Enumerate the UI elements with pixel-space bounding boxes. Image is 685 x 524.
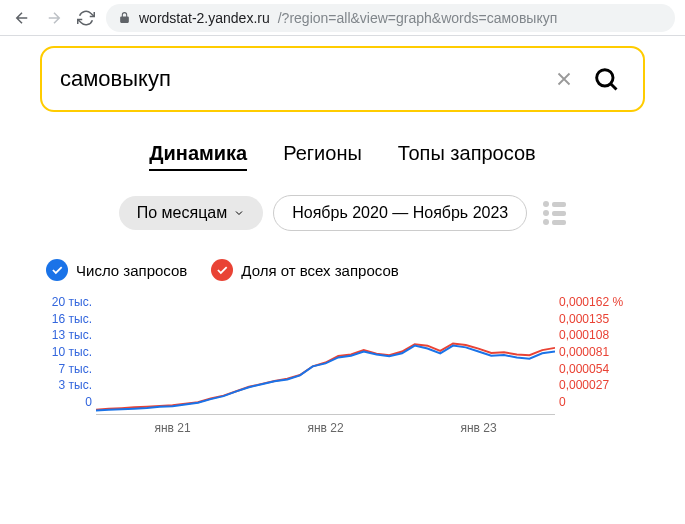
legend: Число запросов Доля от всех запросов [40, 259, 645, 295]
y-tick: 10 тыс. [52, 345, 92, 359]
y-axis-left: 20 тыс. 16 тыс. 13 тыс. 10 тыс. 7 тыс. 3… [46, 295, 92, 409]
chart-area: 20 тыс. 16 тыс. 13 тыс. 10 тыс. 7 тыс. 3… [40, 295, 645, 435]
back-button[interactable] [10, 6, 34, 30]
search-wrap [40, 46, 645, 112]
y-tick: 16 тыс. [52, 312, 92, 326]
y-tick: 7 тыс. [59, 362, 92, 376]
y-tick: 0,000135 [559, 312, 609, 326]
date-range-button[interactable]: Ноябрь 2020 — Ноябрь 2023 [273, 195, 527, 231]
legend-item-count[interactable]: Число запросов [46, 259, 187, 281]
y-tick: 0 [85, 395, 92, 409]
y-tick: 0,000081 [559, 345, 609, 359]
y-tick: 0,000108 [559, 328, 609, 342]
clear-icon[interactable] [549, 64, 579, 94]
y-tick: 0 [559, 395, 566, 409]
tab-tops[interactable]: Топы запросов [398, 142, 536, 171]
y-tick: 0,000162 % [559, 295, 623, 309]
url-path: /?region=all&view=graph&words=самовыкуп [278, 10, 558, 26]
chevron-down-icon [233, 207, 245, 219]
y-axis-right: 0,000162 % 0,000135 0,000108 0,000081 0,… [559, 295, 639, 409]
y-tick: 20 тыс. [52, 295, 92, 309]
x-axis: янв 21 янв 22 янв 23 [96, 415, 555, 435]
checkbox-checked-icon [211, 259, 233, 281]
search-input[interactable] [60, 66, 549, 92]
view-toggle-list-icon[interactable] [543, 201, 566, 225]
y-tick: 0,000027 [559, 378, 609, 392]
y-tick: 0,000054 [559, 362, 609, 376]
search-icon[interactable] [587, 60, 625, 98]
plot-wrap: янв 21 янв 22 янв 23 [96, 295, 555, 435]
browser-bar: wordstat-2.yandex.ru/?region=all&view=gr… [0, 0, 685, 36]
url-field[interactable]: wordstat-2.yandex.ru/?region=all&view=gr… [106, 4, 675, 32]
x-tick: янв 22 [249, 421, 402, 435]
legend-count-label: Число запросов [76, 262, 187, 279]
x-tick: янв 23 [402, 421, 555, 435]
granularity-select[interactable]: По месяцам [119, 196, 263, 230]
forward-button[interactable] [42, 6, 66, 30]
legend-share-label: Доля от всех запросов [241, 262, 398, 279]
legend-item-share[interactable]: Доля от всех запросов [211, 259, 398, 281]
x-tick: янв 21 [96, 421, 249, 435]
reload-button[interactable] [74, 6, 98, 30]
date-range-label: Ноябрь 2020 — Ноябрь 2023 [292, 204, 508, 222]
granularity-label: По месяцам [137, 204, 227, 222]
lock-icon [118, 11, 131, 24]
y-tick: 3 тыс. [59, 378, 92, 392]
tab-dynamics[interactable]: Динамика [149, 142, 247, 171]
checkbox-checked-icon [46, 259, 68, 281]
controls: По месяцам Ноябрь 2020 — Ноябрь 2023 [40, 195, 645, 231]
url-host: wordstat-2.yandex.ru [139, 10, 270, 26]
svg-point-0 [597, 70, 613, 86]
line-chart [96, 295, 555, 415]
tabs: Динамика Регионы Топы запросов [40, 142, 645, 171]
tab-regions[interactable]: Регионы [283, 142, 362, 171]
y-tick: 13 тыс. [52, 328, 92, 342]
